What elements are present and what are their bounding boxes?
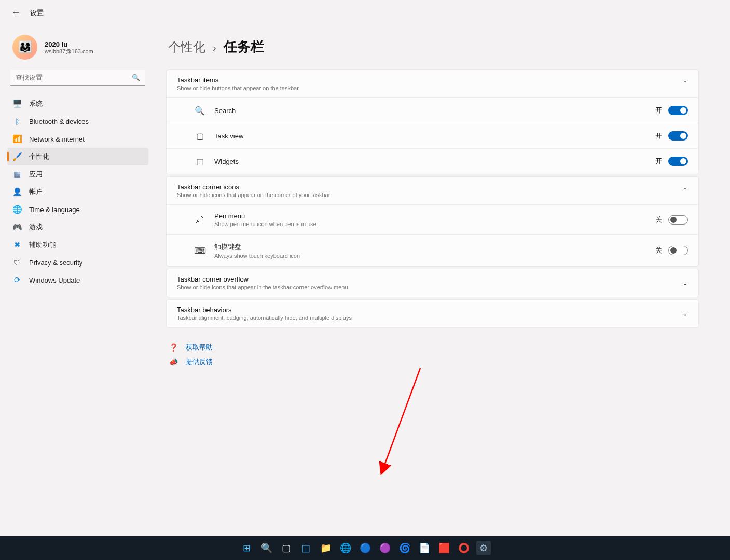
chevron-down-icon: ⌄ [682,310,688,317]
profile-name: 2020 lu [45,40,93,48]
toggle-state-label: 关 [655,246,662,255]
help-label: 获取帮助 [186,343,213,352]
nav-label: 帐户 [29,187,43,197]
main-content: 个性化 › 任务栏 Taskbar items Show or hide but… [156,25,730,559]
row-sub: Show pen menu icon when pen is in use [214,221,316,227]
section-title: Taskbar corner overflow [177,275,348,283]
profile-block[interactable]: 👨‍👩‍👧 2020 lu wslbb87@163.com [7,31,148,70]
row-label: Widgets [214,158,239,165]
nav-item-time-language[interactable]: 🌐Time & language [7,201,148,218]
settings-row: ⌨ 触摸键盘 Always show touch keyboard icon 关 [167,234,698,266]
nav-icon: 🎮 [12,222,22,232]
toggle-state-label: 开 [655,131,662,141]
feedback-icon: 📣 [169,358,178,366]
section-corner-icons: Taskbar corner icons Show or hide icons … [166,176,699,267]
toggle-state-label: 关 [655,215,662,225]
nav-icon: 👤 [12,187,22,197]
taskbar-edge-icon[interactable]: 🌐 [338,541,353,555]
feedback-label: 提供反馈 [186,357,213,367]
nav-label: Windows Update [29,276,80,284]
section-title: Taskbar behaviors [177,306,352,314]
help-icon: ❓ [169,343,178,352]
taskbar-explorer-icon[interactable]: 📁 [319,541,333,555]
nav-item-privacy-security[interactable]: 🛡Privacy & security [7,254,148,271]
taskbar-widgets-icon[interactable]: ◫ [299,541,313,555]
nav-item--[interactable]: 🖌️个性化 [7,148,148,165]
window-header: ← 设置 [0,0,730,25]
sidebar: 👨‍👩‍👧 2020 lu wslbb87@163.com 🔍 🖥️系统ᛒBlu… [0,25,156,559]
taskbar-app1-icon[interactable]: 🟣 [378,541,392,555]
nav-label: 辅助功能 [29,240,56,249]
nav-label: Bluetooth & devices [29,118,89,125]
toggle-switch[interactable] [668,106,688,115]
windows-taskbar: ⊞🔍▢◫📁🌐🔵🟣🌀📄🟥⭕⚙ [0,536,730,560]
section-behaviors: Taskbar behaviors Taskbar alignment, bad… [166,299,699,328]
nav-label: Time & language [29,206,80,214]
row-label: 触摸键盘 [214,242,300,251]
taskbar-app3-icon[interactable]: 📄 [417,541,432,555]
row-icon: 🖊 [195,215,205,225]
nav-item-bluetooth-devices[interactable]: ᛒBluetooth & devices [7,113,148,130]
nav-icon: 📶 [12,134,22,144]
nav-item--[interactable]: ✖辅助功能 [7,236,148,254]
nav-item--[interactable]: 🎮游戏 [7,218,148,236]
toggle-switch[interactable] [668,131,688,141]
chevron-up-icon: ⌃ [682,187,688,194]
taskbar-app4-icon[interactable]: 🟥 [437,541,451,555]
nav-icon: ᛒ [12,117,22,126]
nav-item-windows-update[interactable]: ⟳Windows Update [7,271,148,289]
taskbar-search-icon[interactable]: 🔍 [259,541,274,555]
taskbar-browser2-icon[interactable]: 🔵 [358,541,373,555]
toggle-switch[interactable] [668,246,688,255]
settings-row: 🖊 Pen menu Show pen menu icon when pen i… [167,204,698,234]
search-icon: 🔍 [132,74,140,81]
toggle-switch[interactable] [668,215,688,225]
feedback-link[interactable]: 📣 提供反馈 [169,355,699,369]
nav-label: 应用 [29,170,43,179]
section-header[interactable]: Taskbar corner icons Show or hide icons … [167,177,698,204]
help-links: ❓ 获取帮助 📣 提供反馈 [166,330,699,369]
settings-row: ◫ Widgets 开 [167,148,698,174]
settings-row: 🔍 Search 开 [167,97,698,123]
toggle-switch[interactable] [668,157,688,166]
profile-email: wslbb87@163.com [45,48,93,54]
nav-item--[interactable]: 🖥️系统 [7,95,148,113]
taskbar-settings-icon[interactable]: ⚙ [476,541,491,555]
row-icon: ▢ [195,131,205,141]
section-title: Taskbar items [177,76,299,84]
taskbar-chrome-icon[interactable]: ⭕ [457,541,471,555]
nav-icon: 🖥️ [12,99,22,108]
section-sub: Taskbar alignment, badging, automaticall… [177,315,352,321]
breadcrumb-parent[interactable]: 个性化 [168,39,205,55]
app-title: 设置 [30,8,44,18]
nav-icon: ✖ [12,240,22,249]
breadcrumb: 个性化 › 任务栏 [166,36,699,69]
taskbar-taskview-icon[interactable]: ▢ [279,541,294,555]
nav-item--[interactable]: 👤帐户 [7,183,148,201]
breadcrumb-current: 任务栏 [224,38,264,56]
get-help-link[interactable]: ❓ 获取帮助 [169,340,699,355]
taskbar-start-icon[interactable]: ⊞ [240,541,254,555]
row-icon: 🔍 [195,105,205,116]
section-header[interactable]: Taskbar items Show or hide buttons that … [167,70,698,97]
breadcrumb-sep: › [213,42,216,54]
row-label: Pen menu [214,212,316,220]
row-icon: ◫ [195,156,205,166]
settings-row: ▢ Task view 开 [167,123,698,148]
section-title: Taskbar corner icons [177,183,330,191]
nav-item--[interactable]: ▦应用 [7,165,148,183]
nav-label: Privacy & security [29,259,82,267]
nav-icon: 🌐 [12,205,22,214]
back-button[interactable]: ← [11,7,21,18]
section-overflow: Taskbar corner overflow Show or hide ico… [166,269,699,297]
row-label: Search [214,107,236,115]
section-header[interactable]: Taskbar corner overflow Show or hide ico… [167,269,698,297]
search-input[interactable] [10,70,145,86]
taskbar-app2-icon[interactable]: 🌀 [397,541,412,555]
section-taskbar-items: Taskbar items Show or hide buttons that … [166,69,699,174]
nav-item-network-internet[interactable]: 📶Network & internet [7,130,148,148]
section-header[interactable]: Taskbar behaviors Taskbar alignment, bad… [167,300,698,327]
nav-list: 🖥️系统ᛒBluetooth & devices📶Network & inter… [7,95,148,289]
nav-label: 游戏 [29,222,43,232]
nav-label: Network & internet [29,135,85,143]
